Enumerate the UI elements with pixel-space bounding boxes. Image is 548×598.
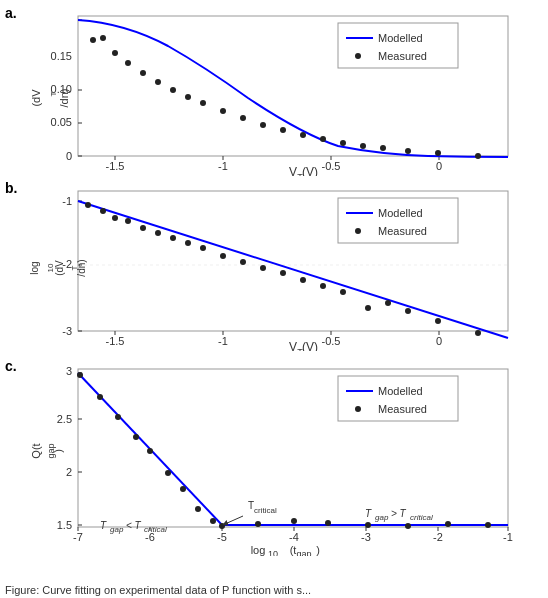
svg-point-23 xyxy=(90,37,96,43)
svg-point-90 xyxy=(365,305,371,311)
svg-text:-3: -3 xyxy=(62,325,72,337)
svg-point-79 xyxy=(155,230,161,236)
svg-text:2.5: 2.5 xyxy=(57,413,72,425)
svg-point-133 xyxy=(77,372,83,378)
svg-point-27 xyxy=(140,70,146,76)
svg-point-89 xyxy=(340,289,346,295)
svg-text:Measured: Measured xyxy=(378,50,427,62)
svg-text:critical: critical xyxy=(144,525,167,534)
svg-text:-3: -3 xyxy=(361,531,371,543)
svg-point-30 xyxy=(185,94,191,100)
svg-point-47 xyxy=(355,53,361,59)
svg-point-29 xyxy=(170,87,176,93)
svg-text:2: 2 xyxy=(66,466,72,478)
svg-point-146 xyxy=(365,522,371,528)
svg-point-39 xyxy=(360,143,366,149)
svg-text:): ) xyxy=(316,544,320,556)
svg-point-147 xyxy=(405,523,411,529)
page-container: a. 0 0.05 0.10 0.15 -1.5 -1 -0.5 0 V T xyxy=(0,0,548,598)
svg-text:(V): (V) xyxy=(302,165,318,176)
svg-text:critical: critical xyxy=(254,506,277,515)
figure-caption: Figure: Curve fitting on experimental da… xyxy=(5,584,311,596)
svg-text:-1: -1 xyxy=(503,531,513,543)
svg-text:Modelled: Modelled xyxy=(378,32,423,44)
svg-point-76 xyxy=(112,215,118,221)
svg-text:Measured: Measured xyxy=(378,403,427,415)
svg-point-40 xyxy=(380,145,386,151)
svg-point-164 xyxy=(355,406,361,412)
svg-text:-1: -1 xyxy=(62,195,72,207)
svg-point-85 xyxy=(260,265,266,271)
svg-text:0: 0 xyxy=(436,160,442,172)
svg-point-42 xyxy=(435,150,441,156)
svg-text:-1.5: -1.5 xyxy=(106,335,125,347)
svg-point-33 xyxy=(240,115,246,121)
svg-point-98 xyxy=(355,228,361,234)
svg-text:T: T xyxy=(365,508,372,519)
svg-text:-1.5: -1.5 xyxy=(106,160,125,172)
svg-point-88 xyxy=(320,283,326,289)
svg-text:Modelled: Modelled xyxy=(378,207,423,219)
svg-text:log: log xyxy=(29,261,40,274)
svg-point-143 xyxy=(255,521,261,527)
svg-point-26 xyxy=(125,60,131,66)
svg-text:T: T xyxy=(49,91,58,96)
svg-point-41 xyxy=(405,148,411,154)
svg-point-82 xyxy=(200,245,206,251)
svg-point-148 xyxy=(445,521,451,527)
svg-point-28 xyxy=(155,79,161,85)
svg-text:V: V xyxy=(289,340,297,351)
svg-point-36 xyxy=(300,132,306,138)
svg-text:gap: gap xyxy=(110,525,124,534)
svg-text:Measured: Measured xyxy=(378,225,427,237)
svg-point-35 xyxy=(280,127,286,133)
svg-text:(dV: (dV xyxy=(54,260,65,276)
svg-text:): ) xyxy=(52,449,64,453)
svg-text:Q(t: Q(t xyxy=(30,443,42,458)
svg-point-84 xyxy=(240,259,246,265)
svg-text:> T: > T xyxy=(391,508,407,519)
svg-point-138 xyxy=(165,470,171,476)
svg-text:1.5: 1.5 xyxy=(57,519,72,531)
panel-a-svg: 0 0.05 0.10 0.15 -1.5 -1 -0.5 0 V T (V) … xyxy=(28,8,536,176)
svg-point-80 xyxy=(170,235,176,241)
svg-point-24 xyxy=(100,35,106,41)
svg-text:-1: -1 xyxy=(218,160,228,172)
svg-point-139 xyxy=(180,486,186,492)
svg-text:-1: -1 xyxy=(218,335,228,347)
svg-point-149 xyxy=(485,522,491,528)
svg-point-38 xyxy=(340,140,346,146)
svg-point-37 xyxy=(320,136,326,142)
svg-text:gap: gap xyxy=(375,513,389,522)
svg-point-91 xyxy=(385,300,391,306)
svg-point-25 xyxy=(112,50,118,56)
svg-point-145 xyxy=(325,520,331,526)
panel-b: -3 -2 -1 -1.5 -1 -0.5 0 V T (V) log 10 (… xyxy=(28,183,536,351)
svg-point-93 xyxy=(435,318,441,324)
svg-text:/dn): /dn) xyxy=(76,259,87,276)
svg-point-92 xyxy=(405,308,411,314)
svg-text:Modelled: Modelled xyxy=(378,385,423,397)
svg-text:-7: -7 xyxy=(73,531,83,543)
svg-point-83 xyxy=(220,253,226,259)
svg-text:gap: gap xyxy=(296,549,311,556)
svg-text:-0.5: -0.5 xyxy=(322,335,341,347)
svg-point-134 xyxy=(97,394,103,400)
svg-text:V: V xyxy=(289,165,297,176)
svg-point-140 xyxy=(195,506,201,512)
svg-text:-2: -2 xyxy=(433,531,443,543)
svg-text:0: 0 xyxy=(436,335,442,347)
svg-point-43 xyxy=(475,153,481,159)
svg-text:(t: (t xyxy=(290,544,297,556)
panel-c-svg: 1.5 2 2.5 3 -7 -6 -5 -4 -3 -2 -1 xyxy=(28,361,536,556)
svg-text:log: log xyxy=(251,544,266,556)
panel-c-label: c. xyxy=(5,358,17,374)
svg-text:10: 10 xyxy=(268,549,278,556)
svg-point-144 xyxy=(291,518,297,524)
svg-point-75 xyxy=(100,208,106,214)
svg-point-77 xyxy=(125,218,131,224)
svg-text:T: T xyxy=(100,520,107,531)
svg-point-136 xyxy=(133,434,139,440)
svg-text:/dn): /dn) xyxy=(58,89,70,108)
svg-point-32 xyxy=(220,108,226,114)
